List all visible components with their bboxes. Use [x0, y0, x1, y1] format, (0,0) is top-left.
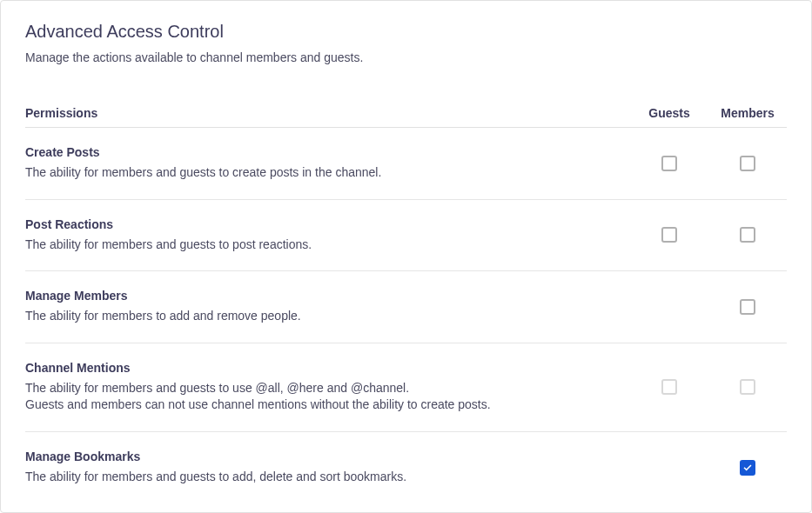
permission-members-cell [708, 227, 787, 243]
permission-row: Manage MembersThe ability for members to… [25, 271, 787, 343]
members-checkbox[interactable] [740, 227, 755, 243]
permission-title: Manage Bookmarks [25, 450, 630, 463]
permission-members-cell [708, 299, 787, 315]
permission-text: Channel MentionsThe ability for members … [25, 361, 630, 414]
guests-checkbox[interactable] [661, 227, 677, 243]
guests-checkbox[interactable] [661, 156, 677, 171]
permission-text: Manage BookmarksThe ability for members … [25, 450, 630, 486]
permission-title: Create Posts [25, 145, 630, 159]
permission-row: Post ReactionsThe ability for members an… [25, 200, 787, 272]
permission-row: Manage BookmarksThe ability for members … [25, 432, 787, 503]
permission-guests-cell [630, 379, 708, 395]
members-checkbox[interactable] [740, 460, 755, 476]
permission-text: Post ReactionsThe ability for members an… [25, 217, 630, 254]
members-checkbox [740, 379, 755, 395]
permission-row: Channel MentionsThe ability for members … [25, 343, 787, 432]
column-header-guests: Guests [630, 106, 708, 120]
permission-text: Manage MembersThe ability for members to… [25, 289, 630, 325]
members-checkbox[interactable] [740, 299, 755, 315]
advanced-access-control-panel: Advanced Access Control Manage the actio… [0, 0, 812, 513]
permission-title: Channel Mentions [25, 361, 630, 375]
column-header-members: Members [708, 106, 787, 120]
permission-title: Manage Members [25, 289, 630, 303]
panel-subtitle: Manage the actions available to channel … [25, 50, 787, 64]
permission-guests-cell [630, 156, 708, 171]
column-header-permissions: Permissions [25, 106, 630, 120]
permission-members-cell [708, 460, 787, 476]
permission-text: Create PostsThe ability for members and … [25, 145, 630, 182]
check-icon [742, 463, 753, 473]
permission-members-cell [708, 379, 787, 395]
permission-description: The ability for members to add and remov… [25, 308, 630, 325]
permission-title: Post Reactions [25, 217, 630, 231]
panel-title: Advanced Access Control [25, 22, 787, 42]
permission-description: The ability for members and guests to us… [25, 380, 630, 414]
permission-row: Create PostsThe ability for members and … [25, 128, 787, 200]
permission-description: The ability for members and guests to cr… [25, 164, 630, 182]
permission-description: The ability for members and guests to ad… [25, 469, 630, 486]
permission-members-cell [708, 156, 787, 171]
permissions-rows: Create PostsThe ability for members and … [25, 128, 787, 503]
members-checkbox[interactable] [740, 156, 755, 171]
permission-description: The ability for members and guests to po… [25, 237, 630, 254]
guests-checkbox [661, 379, 677, 395]
permissions-table-header: Permissions Guests Members [25, 106, 787, 128]
permission-guests-cell [630, 227, 708, 243]
